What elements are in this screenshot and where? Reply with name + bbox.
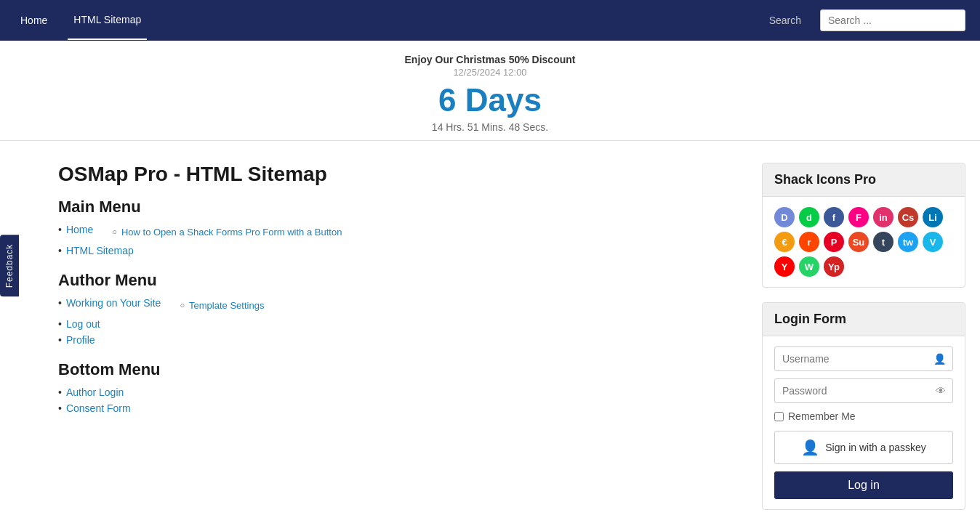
page-title: OSMap Pro - HTML Sitemap [58,163,740,186]
menu-link[interactable]: Consent Form [66,402,131,414]
promo-days: 6 Days [15,82,965,118]
eye-icon[interactable]: 👁 [936,385,946,397]
promo-title: Enjoy Our Christmas 50% Discount [15,54,965,65]
username-input[interactable] [774,346,953,371]
twitter-icon[interactable]: tw [898,232,918,252]
sub-list-item: How to Open a Shack Forms Pro Form with … [112,227,342,238]
list-item: Working on Your SiteTemplate Settings [58,297,740,314]
icons-widget-header: Shack Icons Pro [763,163,965,197]
login-widget: Login Form 👤 👁 Remember Me 👤 Sign in wit [762,302,965,510]
linkedin-icon[interactable]: Li [923,207,943,227]
page-body: OSMap Pro - HTML Sitemap Main MenuHomeHo… [0,141,980,531]
deviantart-icon[interactable]: d [799,207,819,227]
list-item: Author Login [58,386,740,398]
main-content: OSMap Pro - HTML Sitemap Main MenuHomeHo… [58,163,740,524]
menu-list-main-menu: HomeHow to Open a Shack Forms Pro Form w… [58,224,740,256]
instagram-icon[interactable]: in [873,207,893,227]
user-icon: 👤 [933,353,946,365]
sub-list-item: Template Settings [180,300,264,311]
menu-link[interactable]: HTML Sitemap [66,245,134,256]
csound-icon[interactable]: Cs [898,207,918,227]
social-icons-grid: DdfFinCsLi€rPSuttwVYWYp [774,207,953,277]
sub-list: How to Open a Shack Forms Pro Form with … [112,227,342,240]
sidebar: Shack Icons Pro DdfFinCsLi€rPSuttwVYWYp … [762,163,965,524]
menu-link[interactable]: Log out [66,318,100,330]
discord-icon[interactable]: D [774,207,795,227]
euro-icon[interactable]: € [774,232,795,252]
promo-banner: Enjoy Our Christmas 50% Discount 12/25/2… [0,41,980,141]
remember-me-group: Remember Me [774,410,953,422]
reddit-icon[interactable]: r [799,232,819,252]
password-group: 👁 [774,378,953,403]
list-item: Log out [58,318,740,330]
vimeo-icon[interactable]: V [923,232,943,252]
login-button-label: Log in [848,479,880,491]
passkey-label: Sign in with a passkey [825,442,926,453]
nav-home[interactable]: Home [15,1,53,39]
flickr-icon[interactable]: F [848,207,869,227]
menu-list-bottom-menu: Author LoginConsent Form [58,386,740,414]
login-widget-header: Login Form [763,303,965,336]
menu-list-author-menu: Working on Your SiteTemplate SettingsLog… [58,297,740,346]
yelp-icon[interactable]: Yp [824,256,844,277]
nav-html-sitemap[interactable]: HTML Sitemap [68,1,147,40]
feedback-label: Feedback [0,235,19,296]
list-item: HTML Sitemap [58,245,740,256]
username-group: 👤 [774,346,953,371]
remember-me-checkbox[interactable] [774,412,784,421]
list-item: Consent Form [58,402,740,414]
passkey-button[interactable]: 👤 Sign in with a passkey [774,431,953,464]
promo-time: 14 Hrs. 51 Mins. 48 Secs. [15,121,965,133]
search-label: Search [769,15,801,26]
section-title-bottom-menu: Bottom Menu [58,360,740,379]
login-button[interactable]: Log in [774,471,953,499]
menu-link[interactable]: Author Login [66,386,124,398]
menu-link[interactable]: Working on Your Site [66,297,161,309]
section-main-menu: Main MenuHomeHow to Open a Shack Forms P… [58,198,740,256]
whatsapp-icon[interactable]: W [799,256,819,277]
sub-list: Template Settings [180,300,264,314]
promo-date: 12/25/2024 12:00 [15,67,965,78]
section-title-author-menu: Author Menu [58,271,740,290]
list-item: HomeHow to Open a Shack Forms Pro Form w… [58,224,740,240]
passkey-icon: 👤 [801,439,819,456]
menu-link[interactable]: Home [66,224,93,235]
sections-container: Main MenuHomeHow to Open a Shack Forms P… [58,198,740,414]
section-author-menu: Author MenuWorking on Your SiteTemplate … [58,271,740,346]
login-widget-body: 👤 👁 Remember Me 👤 Sign in with a passkey… [763,336,965,509]
remember-me-label: Remember Me [788,410,856,422]
youtube-icon[interactable]: Y [774,256,795,277]
section-title-main-menu: Main Menu [58,198,740,216]
list-item: Profile [58,334,740,346]
sub-menu-link[interactable]: How to Open a Shack Forms Pro Form with … [121,227,342,238]
feedback-tab[interactable]: Feedback [0,235,19,296]
password-input[interactable] [774,378,953,403]
search-input[interactable] [820,9,965,31]
icons-widget-body: DdfFinCsLi€rPSuttwVYWYp [763,197,965,287]
pinterest-icon[interactable]: P [824,232,844,252]
facebook-icon[interactable]: f [824,207,844,227]
tumblr-icon[interactable]: t [873,232,893,252]
stumbleupon-icon[interactable]: Su [848,232,869,252]
sub-menu-link[interactable]: Template Settings [189,300,264,311]
nav-bar: Home HTML Sitemap Search [0,0,980,41]
section-bottom-menu: Bottom MenuAuthor LoginConsent Form [58,360,740,414]
icons-widget: Shack Icons Pro DdfFinCsLi€rPSuttwVYWYp [762,163,965,288]
menu-link[interactable]: Profile [66,334,95,346]
